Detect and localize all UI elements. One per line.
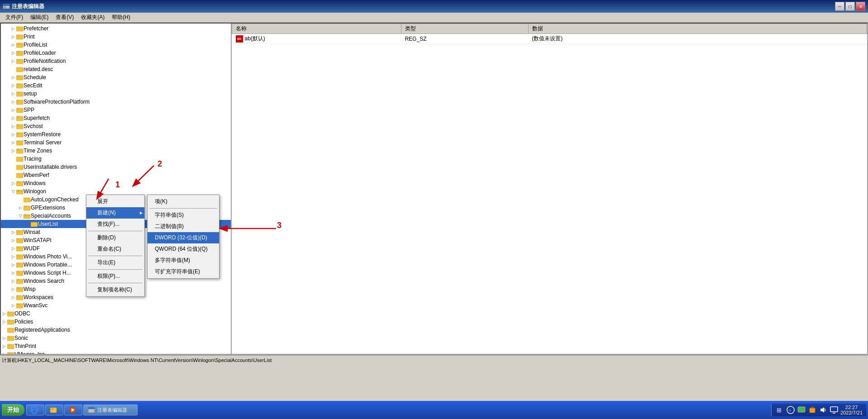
- expand-icon: ▷: [10, 180, 16, 186]
- menu-favorites[interactable]: 收藏夹(A): [77, 13, 108, 22]
- submenu-multistring[interactable]: 多字符串值(M): [148, 255, 219, 266]
- tree-item-timezones[interactable]: ▷ Time Zones: [1, 147, 231, 155]
- tree-panel[interactable]: ▷ Prefetcher ▷ Print ▷ ProfileList ▷: [1, 24, 232, 354]
- tree-label-wisp: Wisp: [24, 286, 36, 292]
- tree-item-wwansvc[interactable]: ▷ WwanSvc: [1, 301, 231, 309]
- svg-rect-99: [830, 407, 838, 412]
- tree-item-prefetcher[interactable]: ▷ Prefetcher: [1, 24, 231, 33]
- tree-item-tracing[interactable]: Tracing: [1, 155, 231, 163]
- menu-view[interactable]: 查看(V): [52, 13, 77, 22]
- context-menu-export[interactable]: 导出(E): [86, 257, 144, 268]
- clock-display: 22:27 2022/7/21: [840, 405, 863, 415]
- folder-icon: [7, 310, 14, 317]
- menu-file[interactable]: 文件(F): [2, 13, 27, 22]
- submenu-dword[interactable]: DWORD (32-位值)(D): [148, 232, 219, 243]
- svg-rect-37: [16, 173, 23, 178]
- svg-text:⊞: ⊞: [777, 407, 782, 414]
- tree-item-odbc[interactable]: ▷ ODBC: [1, 309, 231, 318]
- tree-label-related: related.desc: [24, 66, 53, 72]
- tree-item-schedule[interactable]: ▷ Schedule: [1, 73, 231, 81]
- start-button[interactable]: 开始: [2, 404, 24, 416]
- tree-item-print[interactable]: ▷ Print: [1, 33, 231, 41]
- minimize-button[interactable]: ─: [835, 2, 844, 11]
- folder-icon: [16, 277, 24, 285]
- tree-item-windows[interactable]: ▷ Windows: [1, 179, 231, 187]
- taskbar-regedit-label: 注册表编辑器: [97, 407, 127, 414]
- tree-item-vmware[interactable]: ▷ VMware, Inc.: [1, 350, 231, 354]
- svg-rect-2: [4, 6, 6, 7]
- expand-icon: ▷: [10, 139, 16, 146]
- tree-label-vmware: VMware, Inc.: [14, 351, 46, 354]
- folder-icon: [16, 41, 24, 48]
- maximize-button[interactable]: □: [845, 2, 855, 11]
- tree-item-systemrestore[interactable]: ▷ SystemRestore: [1, 130, 231, 138]
- tree-item-policies[interactable]: ▷ Policies: [1, 318, 231, 326]
- submenu-string[interactable]: 字符串值(S): [148, 210, 219, 221]
- folder-icon: [16, 82, 24, 89]
- tree-item-profileloader[interactable]: ▷ ProfileLoader: [1, 49, 231, 57]
- tree-item-svchost[interactable]: ▷ Svchost: [1, 122, 231, 130]
- tree-item-registeredapps[interactable]: RegisteredApplications: [1, 326, 231, 334]
- context-menu-find[interactable]: 查找(F)...: [86, 219, 144, 230]
- close-button[interactable]: ✕: [856, 2, 865, 11]
- tree-item-setup[interactable]: ▷ setup: [1, 90, 231, 98]
- tree-item-related[interactable]: related.desc: [1, 65, 231, 73]
- taskbar: 开始 注册表编辑器: [0, 401, 868, 419]
- submenu-key[interactable]: 项(K): [148, 196, 219, 207]
- taskbar-apps: 注册表编辑器: [26, 405, 138, 415]
- col-type[interactable]: 类型: [401, 24, 529, 34]
- expand-icon: ▷: [10, 25, 16, 32]
- tree-item-profilenotification[interactable]: ▷ ProfileNotification: [1, 57, 231, 65]
- taskbar-app-explorer[interactable]: [45, 405, 63, 415]
- col-name[interactable]: 名称: [232, 24, 401, 34]
- tree-item-profilelist[interactable]: ▷ ProfileList: [1, 41, 231, 49]
- tree-item-terminalserver[interactable]: ▷ Terminal Server: [1, 138, 231, 147]
- tree-label-windowsportable: Windows Portable...: [24, 262, 72, 268]
- context-menu-expand[interactable]: 展开: [86, 196, 144, 207]
- folder-icon: [16, 33, 24, 40]
- menu-edit[interactable]: 编辑(E): [27, 13, 52, 22]
- reg-name-cell: ab ab(默认): [232, 34, 401, 44]
- taskbar-app-ie[interactable]: [26, 405, 44, 415]
- expand-icon: ▷: [10, 42, 16, 48]
- tree-label-userlist: UserList: [38, 221, 58, 227]
- svg-rect-80: [7, 352, 10, 354]
- svg-rect-88: [50, 408, 53, 409]
- tree-item-sonic[interactable]: ▷ Sonic: [1, 334, 231, 342]
- svg-rect-61: [16, 271, 19, 272]
- svg-rect-69: [16, 304, 19, 305]
- submenu-binary[interactable]: 二进制值(B): [148, 221, 219, 232]
- context-menu-rename[interactable]: 重命名(C): [86, 243, 144, 255]
- tree-item-userinstallable[interactable]: Userinstallable.drivers: [1, 163, 231, 171]
- tree-item-superfetch[interactable]: ▷ Superfetch: [1, 114, 231, 122]
- bag-icon: [808, 405, 817, 414]
- tree-item-wbemperf[interactable]: WbemPerf: [1, 171, 231, 179]
- tree-label-windowsscript: Windows Script H...: [24, 270, 71, 276]
- submenu-expandstring[interactable]: 可扩充字符串值(E): [148, 266, 219, 277]
- folder-icon: [16, 74, 24, 81]
- taskbar-app-media[interactable]: [64, 405, 82, 415]
- taskbar-app-regedit[interactable]: 注册表编辑器: [83, 405, 138, 415]
- folder-icon: [16, 163, 24, 171]
- context-menu-delete[interactable]: 删除(D): [86, 232, 144, 243]
- tree-item-spp[interactable]: ▷ SPP: [1, 106, 231, 114]
- tree-label-autologon: AutoLogonChecked: [31, 196, 78, 203]
- tree-item-secedit[interactable]: ▷ SecEdit: [1, 81, 231, 90]
- tree-item-thinprint[interactable]: ▷ ThinPrint: [1, 342, 231, 350]
- tree-item-softwareprotection[interactable]: ▷ SoftwareProtectionPlatform: [1, 98, 231, 106]
- expand-icon: ▷: [10, 253, 16, 260]
- menu-help[interactable]: 帮助(H): [108, 13, 134, 22]
- tree-label-profilelist: ProfileList: [24, 42, 48, 48]
- svg-rect-73: [7, 320, 10, 321]
- context-menu-new[interactable]: 新建(N): [86, 207, 144, 219]
- expand-icon: ▷: [10, 115, 16, 121]
- col-data[interactable]: 数据: [528, 24, 867, 34]
- context-menu-copyname[interactable]: 复制项名称(C): [86, 284, 144, 295]
- submenu-qword[interactable]: QWORD (64 位值)(Q): [148, 243, 219, 255]
- svg-text:○: ○: [788, 408, 791, 413]
- clock-time: 22:27: [840, 405, 863, 410]
- table-row[interactable]: ab ab(默认) REG_SZ (数值未设置): [232, 34, 867, 44]
- expand-icon: ▷: [10, 107, 16, 113]
- expand-icon: ▷: [10, 278, 16, 284]
- context-menu-permissions[interactable]: 权限(P)...: [86, 271, 144, 282]
